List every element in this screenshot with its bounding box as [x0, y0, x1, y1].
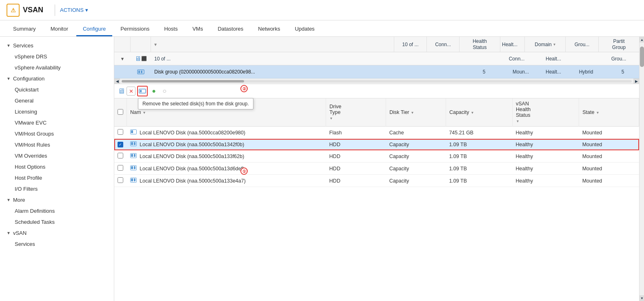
tab-permissions[interactable]: Permissions	[114, 22, 156, 36]
row-name: Local LENOVO Disk (naa.5000c500a133f62b)	[127, 150, 326, 163]
dg-conn: Conn...	[500, 56, 533, 62]
select-all-checkbox[interactable]	[118, 109, 123, 115]
sidebar-label-vmhost-rules: VM/Host Rules	[15, 142, 50, 148]
sidebar-item-vm-overrides[interactable]: VM Overrides	[0, 150, 114, 161]
row-disk-tier: Capacity	[386, 150, 446, 163]
app-title: VSAN	[23, 6, 43, 14]
th-health-sort[interactable]: ▾	[517, 119, 519, 123]
dg-sel-icon	[131, 69, 151, 75]
tab-summary[interactable]: Summary	[7, 22, 42, 36]
row-name: Local LENOVO Disk (naa.5000c500a133e4a7)	[127, 175, 326, 187]
scroll-down-btn[interactable]: ▼	[640, 295, 644, 301]
grey-circle-icon[interactable]: ○	[160, 87, 169, 96]
th-disk-tier[interactable]: Disk Tier ▾	[386, 98, 446, 127]
sidebar-item-vsphere-drs[interactable]: vSphere DRS	[0, 51, 114, 62]
scroll-right-btn[interactable]: ▶	[633, 78, 639, 84]
row-checkbox[interactable]	[118, 165, 123, 171]
sidebar-label-more: More	[13, 197, 25, 203]
row-state: Mounted	[579, 175, 639, 187]
sidebar-item-quickstart[interactable]: Quickstart	[0, 84, 114, 95]
sidebar-item-general[interactable]: General	[0, 95, 114, 106]
th-tier-sort[interactable]: ▾	[411, 110, 413, 115]
row-checkbox-checked[interactable]: ✓	[118, 142, 123, 147]
row-state: Mounted	[579, 139, 639, 150]
sidebar-item-licensing[interactable]: Licensing	[0, 106, 114, 117]
dg-expand-cell[interactable]: ▼	[114, 56, 131, 61]
tab-networks[interactable]: Networks	[251, 22, 286, 36]
disk-table-container: Nam ▾ Drive Type ▾ Disk Tier ▾	[114, 98, 639, 301]
dg-sel-5: 5	[606, 69, 639, 75]
scroll-left-btn[interactable]: ◀	[114, 78, 120, 84]
network-icon: ⬛	[141, 56, 147, 61]
host-icon: 🖥	[118, 87, 125, 95]
remove-disk-button[interactable]: Remove the selected disk(s) from the dis…	[137, 86, 148, 96]
sidebar-label-scheduled-tasks: Scheduled Tasks	[15, 219, 55, 225]
actions-button[interactable]: ACTIONS ▾	[60, 7, 88, 13]
row-vsan-health: Healthy	[513, 150, 579, 163]
green-circle-icon[interactable]: ●	[149, 87, 158, 96]
remove-x-icon[interactable]: ✕	[127, 87, 135, 96]
h-scrollthumb	[122, 80, 244, 82]
row-capacity: 1.09 TB	[446, 175, 512, 187]
tab-hosts[interactable]: Hosts	[158, 22, 184, 36]
row-name: Local LENOVO Disk (naa.5000c500a13d6def)	[127, 163, 326, 175]
tab-updates[interactable]: Updates	[288, 22, 321, 36]
th-state[interactable]: State ▾	[579, 98, 639, 127]
badge-1: ①	[240, 167, 248, 175]
sidebar-item-vmware-evc[interactable]: VMware EVC	[0, 117, 114, 128]
tab-configure[interactable]: Configure	[76, 22, 112, 36]
row-state: Mounted	[579, 127, 639, 139]
th-name-sort[interactable]: ▾	[143, 110, 145, 115]
nav-tabs: Summary Monitor Configure Permissions Ho…	[0, 20, 644, 37]
disk-group-selected-row[interactable]: Disk group (020000000005000cca08200e98..…	[114, 65, 639, 78]
sidebar-item-scheduled-tasks[interactable]: Scheduled Tasks	[0, 216, 114, 227]
sidebar-section-configuration[interactable]: ▼ Configuration	[0, 73, 114, 84]
sidebar-label-vmhost-groups: VM/Host Groups	[15, 131, 54, 137]
tab-vms[interactable]: VMs	[186, 22, 209, 36]
host-disk-icon: 🖥	[135, 55, 141, 62]
sidebar-item-host-options[interactable]: Host Options	[0, 161, 114, 172]
tab-monitor[interactable]: Monitor	[44, 22, 75, 36]
row-checkbox[interactable]	[118, 177, 123, 183]
th-drive-type[interactable]: Drive Type ▾	[326, 98, 386, 127]
row-checkbox[interactable]	[118, 129, 123, 135]
sidebar-item-vmhost-rules[interactable]: VM/Host Rules	[0, 139, 114, 150]
row-disk-tier: Capacity	[386, 139, 446, 150]
th-vsan-health[interactable]: vSAN Health Status ▾	[513, 98, 579, 127]
sidebar-item-host-profile[interactable]: Host Profile	[0, 172, 114, 183]
sidebar-section-more[interactable]: ▼ More	[0, 194, 114, 205]
table-row[interactable]: Local LENOVO Disk (naa.5000cca08200e980)…	[114, 127, 639, 139]
content-area: ▾ 10 of ... Conn... HealthStatus Healt..…	[114, 37, 639, 301]
badge-2: ②	[240, 85, 248, 92]
sidebar-item-vmhost-groups[interactable]: VM/Host Groups	[0, 128, 114, 139]
scroll-track	[640, 42, 644, 295]
svg-rect-18	[134, 178, 135, 181]
th-cap-sort[interactable]: ▾	[471, 110, 473, 115]
chevron-down-icon-2: ▼	[7, 76, 11, 81]
right-scrollbar[interactable]: ▲ ▼	[639, 37, 644, 301]
horizontal-scrollbar[interactable]: ◀ ▶	[114, 78, 639, 84]
sidebar-section-services[interactable]: ▼ Services	[0, 40, 114, 51]
sidebar-item-io-filters[interactable]: I/O Filters	[0, 183, 114, 194]
table-row[interactable]: ✓ Local LENOVO Disk (naa.5000c500a1342f0…	[114, 139, 639, 150]
sidebar-label-vm-overrides: VM Overrides	[15, 153, 47, 159]
th-drive-sort[interactable]: ▾	[330, 116, 332, 120]
tab-datastores[interactable]: Datastores	[211, 22, 250, 36]
sidebar-section-vsan[interactable]: ▼ vSAN	[0, 227, 114, 239]
dg-sel-count: 5	[468, 69, 500, 75]
row-drive-type: HDD	[326, 150, 386, 163]
domain-label: Domain	[535, 42, 551, 47]
sidebar-item-vsan-services[interactable]: Services	[0, 239, 114, 250]
table-row[interactable]: Local LENOVO Disk (naa.5000c500a13d6def)…	[114, 163, 639, 175]
sidebar-item-alarm-definitions[interactable]: Alarm Definitions	[0, 205, 114, 216]
row-checkbox[interactable]	[118, 153, 123, 158]
th-checkbox	[114, 98, 127, 127]
table-row[interactable]: Local LENOVO Disk (naa.5000c500a133e4a7)…	[114, 175, 639, 187]
th-state-sort[interactable]: ▾	[597, 110, 599, 115]
sidebar-label-vsan: vSAN	[13, 230, 27, 236]
sidebar-item-vsphere-availability[interactable]: vSphere Availability	[0, 62, 114, 73]
th-capacity[interactable]: Capacity ▾	[446, 98, 512, 127]
top-th-partgroup: Grou...	[566, 37, 598, 52]
table-row[interactable]: Local LENOVO Disk (naa.5000c500a133f62b)…	[114, 150, 639, 163]
scroll-up-btn[interactable]: ▲	[640, 37, 644, 42]
